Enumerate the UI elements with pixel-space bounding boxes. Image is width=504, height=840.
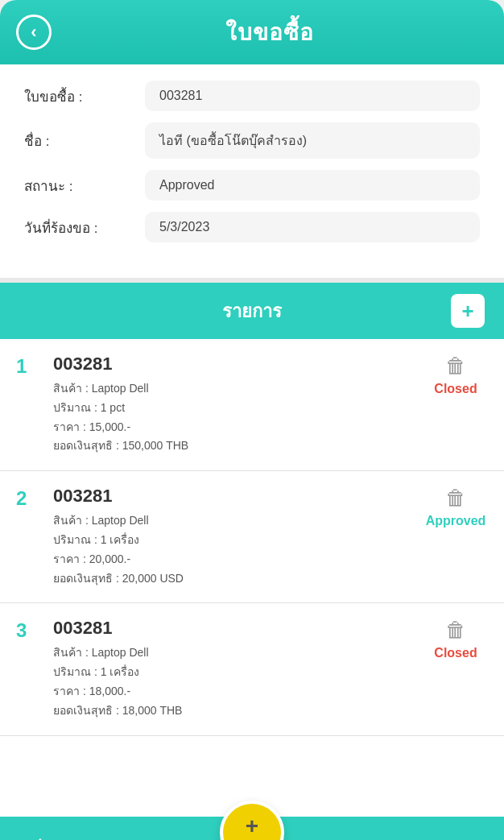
item-actions: 🗑 Approved: [423, 486, 488, 528]
name-value: ไอที (ขอซื้อโน๊ตบุ๊คสำรอง): [145, 122, 480, 159]
status-value: Approved: [145, 170, 480, 201]
info-section: ใบขอซื้อ : 003281 ชื่อ : ไอที (ขอซื้อโน๊…: [0, 64, 504, 283]
home-button[interactable]: ⌂: [32, 830, 48, 840]
item-actions: 🗑 Closed: [423, 354, 488, 396]
po-row: ใบขอซื้อ : 003281: [24, 81, 480, 111]
po-value: 003281: [145, 81, 480, 111]
item-id: 003281: [53, 618, 423, 639]
delete-icon[interactable]: 🗑: [445, 486, 466, 511]
name-row: ชื่อ : ไอที (ขอซื้อโน๊ตบุ๊คสำรอง): [24, 122, 480, 159]
item-content: 003281 สินค้า : Laptop Dell ปริมาณ : 1 เ…: [45, 486, 423, 588]
item-content: 003281 สินค้า : Laptop Dell ปริมาณ : 1 เ…: [45, 618, 423, 720]
date-value: 5/3/2023: [145, 212, 480, 242]
item-status-badge: Approved: [426, 514, 486, 528]
po-label: ใบขอซื้อ :: [24, 85, 145, 107]
back-arrow-icon: ‹: [31, 23, 36, 41]
item-status-badge: Closed: [434, 646, 477, 660]
list-item: 2 003281 สินค้า : Laptop Dell ปริมาณ : 1…: [0, 471, 504, 603]
item-number: 3: [16, 619, 45, 642]
items-list: 1 003281 สินค้า : Laptop Dell ปริมาณ : 1…: [0, 339, 504, 817]
delete-icon[interactable]: 🗑: [445, 618, 466, 643]
item-details: สินค้า : Laptop Dell ปริมาณ : 1 เครื่อง …: [53, 511, 423, 588]
item-status-badge: Closed: [434, 382, 477, 396]
list-item: 1 003281 สินค้า : Laptop Dell ปริมาณ : 1…: [0, 339, 504, 471]
item-content: 003281 สินค้า : Laptop Dell ปริมาณ : 1 p…: [45, 354, 423, 456]
add-item-button[interactable]: +: [451, 294, 485, 328]
item-details: สินค้า : Laptop Dell ปริมาณ : 1 pct ราคา…: [53, 379, 423, 456]
more-button[interactable]: •••: [444, 834, 472, 840]
item-id: 003281: [53, 486, 423, 507]
item-actions: 🗑 Closed: [423, 618, 488, 660]
section-header: รายการ +: [0, 283, 504, 339]
back-button[interactable]: ‹: [16, 14, 52, 50]
status-row: สถานะ : Approved: [24, 170, 480, 201]
list-item: 3 003281 สินค้า : Laptop Dell ปริมาณ : 1…: [0, 603, 504, 735]
delete-icon[interactable]: 🗑: [445, 354, 466, 379]
page-title: ใบขอซื้อ: [52, 14, 488, 50]
section-title: รายการ: [53, 297, 451, 325]
status-label: สถานะ :: [24, 175, 145, 197]
date-label: วันที่ร้องขอ :: [24, 217, 145, 238]
item-details: สินค้า : Laptop Dell ปริมาณ : 1 เครื่อง …: [53, 643, 423, 720]
header: ‹ ใบขอซื้อ: [0, 0, 504, 64]
create-icon: +: [246, 815, 258, 838]
date-row: วันที่ร้องขอ : 5/3/2023: [24, 212, 480, 242]
bottom-nav: ⌂ + Create •••: [0, 817, 504, 840]
item-id: 003281: [53, 354, 423, 374]
phone-container: ‹ ใบขอซื้อ ใบขอซื้อ : 003281 ชื่อ : ไอที…: [0, 0, 504, 840]
name-label: ชื่อ :: [24, 130, 145, 151]
item-number: 1: [16, 355, 45, 378]
item-number: 2: [16, 487, 45, 510]
